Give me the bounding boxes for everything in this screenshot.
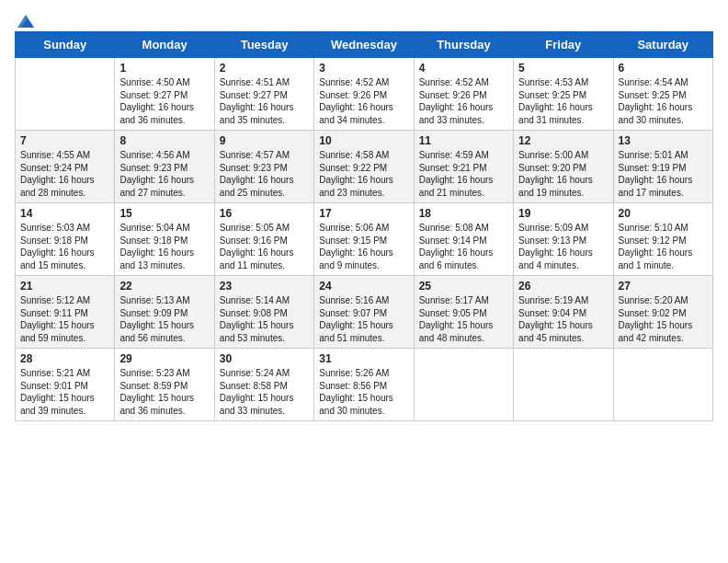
day-info: Sunrise: 5:08 AMSunset: 9:14 PMDaylight:… — [419, 222, 508, 271]
day-info: Sunrise: 5:24 AMSunset: 8:58 PMDaylight:… — [220, 367, 309, 417]
day-number: 23 — [220, 280, 309, 293]
day-number: 6 — [619, 62, 708, 75]
calendar-cell: 28Sunrise: 5:21 AMSunset: 9:01 PMDayligh… — [16, 349, 115, 421]
day-info: Sunrise: 5:13 AMSunset: 9:09 PMDaylight:… — [119, 294, 209, 344]
day-info: Sunrise: 4:54 AMSunset: 9:25 PMDaylight:… — [619, 76, 708, 126]
calendar-cell: 30Sunrise: 5:24 AMSunset: 8:58 PMDayligh… — [214, 349, 313, 421]
calendar-cell: 14Sunrise: 5:03 AMSunset: 9:18 PMDayligh… — [16, 203, 115, 276]
day-number: 10 — [319, 134, 408, 147]
day-number: 3 — [319, 62, 408, 75]
calendar-week-row: 1Sunrise: 4:50 AMSunset: 9:27 PMDaylight… — [16, 58, 713, 131]
logo-icon — [17, 15, 34, 28]
calendar-cell: 4Sunrise: 4:52 AMSunset: 9:26 PMDaylight… — [414, 58, 513, 131]
calendar-cell: 21Sunrise: 5:12 AMSunset: 9:11 PMDayligh… — [16, 276, 115, 349]
day-number: 25 — [419, 280, 508, 293]
day-info: Sunrise: 5:16 AMSunset: 9:07 PMDaylight:… — [319, 294, 408, 344]
day-info: Sunrise: 5:26 AMSunset: 8:56 PMDaylight:… — [319, 367, 408, 417]
day-info: Sunrise: 5:19 AMSunset: 9:04 PMDaylight:… — [518, 294, 608, 344]
day-info: Sunrise: 4:51 AMSunset: 9:27 PMDaylight:… — [220, 76, 309, 126]
day-info: Sunrise: 5:06 AMSunset: 9:15 PMDaylight:… — [319, 222, 408, 271]
calendar-cell: 15Sunrise: 5:04 AMSunset: 9:18 PMDayligh… — [115, 203, 214, 276]
day-number: 28 — [20, 352, 109, 365]
day-number: 20 — [619, 207, 708, 220]
calendar-cell: 25Sunrise: 5:17 AMSunset: 9:05 PMDayligh… — [414, 276, 513, 349]
calendar-cell: 20Sunrise: 5:10 AMSunset: 9:12 PMDayligh… — [613, 203, 712, 276]
day-number: 1 — [119, 62, 209, 75]
calendar-cell: 18Sunrise: 5:08 AMSunset: 9:14 PMDayligh… — [414, 203, 513, 276]
calendar-week-row: 7Sunrise: 4:55 AMSunset: 9:24 PMDaylight… — [16, 131, 713, 203]
calendar-week-row: 14Sunrise: 5:03 AMSunset: 9:18 PMDayligh… — [16, 203, 713, 276]
calendar-cell: 29Sunrise: 5:23 AMSunset: 8:59 PMDayligh… — [115, 349, 214, 421]
calendar-cell: 10Sunrise: 4:58 AMSunset: 9:22 PMDayligh… — [314, 131, 414, 203]
calendar-cell: 24Sunrise: 5:16 AMSunset: 9:07 PMDayligh… — [314, 276, 414, 349]
day-number: 19 — [518, 207, 608, 220]
calendar-cell — [613, 349, 712, 421]
calendar-cell: 27Sunrise: 5:20 AMSunset: 9:02 PMDayligh… — [613, 276, 712, 349]
calendar-cell: 8Sunrise: 4:56 AMSunset: 9:23 PMDaylight… — [115, 131, 214, 203]
day-number: 9 — [220, 134, 309, 147]
day-info: Sunrise: 4:59 AMSunset: 9:21 PMDaylight:… — [419, 149, 508, 199]
day-number: 17 — [319, 207, 408, 220]
column-header-wednesday: Wednesday — [314, 32, 414, 58]
day-info: Sunrise: 5:17 AMSunset: 9:05 PMDaylight:… — [419, 294, 508, 344]
day-number: 8 — [119, 134, 209, 147]
logo — [15, 15, 35, 24]
day-info: Sunrise: 5:00 AMSunset: 9:20 PMDaylight:… — [518, 149, 608, 199]
day-number: 12 — [518, 134, 608, 147]
day-number: 27 — [619, 280, 708, 293]
calendar-cell: 3Sunrise: 4:52 AMSunset: 9:26 PMDaylight… — [314, 58, 414, 131]
day-number: 31 — [319, 352, 408, 365]
day-number: 21 — [20, 280, 109, 293]
day-info: Sunrise: 4:53 AMSunset: 9:25 PMDaylight:… — [518, 76, 608, 126]
calendar-cell: 31Sunrise: 5:26 AMSunset: 8:56 PMDayligh… — [314, 349, 414, 421]
calendar-cell: 9Sunrise: 4:57 AMSunset: 9:23 PMDaylight… — [214, 131, 313, 203]
day-number: 29 — [119, 352, 209, 365]
calendar-cell: 16Sunrise: 5:05 AMSunset: 9:16 PMDayligh… — [214, 203, 313, 276]
calendar-cell — [514, 349, 613, 421]
day-number: 15 — [119, 207, 209, 220]
column-header-sunday: Sunday — [16, 32, 115, 58]
calendar-week-row: 21Sunrise: 5:12 AMSunset: 9:11 PMDayligh… — [16, 276, 713, 349]
day-info: Sunrise: 4:58 AMSunset: 9:22 PMDaylight:… — [319, 149, 408, 199]
calendar-cell: 11Sunrise: 4:59 AMSunset: 9:21 PMDayligh… — [414, 131, 513, 203]
day-info: Sunrise: 4:52 AMSunset: 9:26 PMDaylight:… — [419, 76, 508, 126]
day-number: 24 — [319, 280, 408, 293]
day-number: 30 — [220, 352, 309, 365]
calendar-cell: 19Sunrise: 5:09 AMSunset: 9:13 PMDayligh… — [514, 203, 613, 276]
calendar-cell: 2Sunrise: 4:51 AMSunset: 9:27 PMDaylight… — [214, 58, 313, 131]
column-header-monday: Monday — [115, 32, 214, 58]
day-number: 11 — [419, 134, 508, 147]
day-info: Sunrise: 5:14 AMSunset: 9:08 PMDaylight:… — [220, 294, 309, 344]
calendar-cell — [414, 349, 513, 421]
calendar-cell: 5Sunrise: 4:53 AMSunset: 9:25 PMDaylight… — [514, 58, 613, 131]
day-number: 2 — [220, 62, 309, 75]
day-info: Sunrise: 5:12 AMSunset: 9:11 PMDaylight:… — [20, 294, 109, 344]
calendar-cell: 17Sunrise: 5:06 AMSunset: 9:15 PMDayligh… — [314, 203, 414, 276]
calendar-cell — [16, 58, 115, 131]
calendar-cell: 22Sunrise: 5:13 AMSunset: 9:09 PMDayligh… — [115, 276, 214, 349]
day-info: Sunrise: 5:21 AMSunset: 9:01 PMDaylight:… — [20, 367, 109, 417]
column-header-saturday: Saturday — [613, 32, 712, 58]
calendar-cell: 23Sunrise: 5:14 AMSunset: 9:08 PMDayligh… — [214, 276, 313, 349]
column-header-thursday: Thursday — [414, 32, 513, 58]
day-number: 14 — [20, 207, 109, 220]
calendar-header-row: SundayMondayTuesdayWednesdayThursdayFrid… — [16, 32, 713, 58]
day-info: Sunrise: 4:52 AMSunset: 9:26 PMDaylight:… — [319, 76, 408, 126]
day-info: Sunrise: 5:01 AMSunset: 9:19 PMDaylight:… — [619, 149, 708, 199]
day-number: 26 — [518, 280, 608, 293]
day-number: 7 — [20, 134, 109, 147]
day-info: Sunrise: 4:57 AMSunset: 9:23 PMDaylight:… — [220, 149, 309, 199]
calendar-cell: 6Sunrise: 4:54 AMSunset: 9:25 PMDaylight… — [613, 58, 712, 131]
day-info: Sunrise: 4:56 AMSunset: 9:23 PMDaylight:… — [119, 149, 209, 199]
day-info: Sunrise: 4:50 AMSunset: 9:27 PMDaylight:… — [119, 76, 209, 126]
day-number: 22 — [119, 280, 209, 293]
calendar-week-row: 28Sunrise: 5:21 AMSunset: 9:01 PMDayligh… — [16, 349, 713, 421]
calendar-cell: 13Sunrise: 5:01 AMSunset: 9:19 PMDayligh… — [613, 131, 712, 203]
day-number: 13 — [619, 134, 708, 147]
column-header-friday: Friday — [514, 32, 613, 58]
day-info: Sunrise: 5:05 AMSunset: 9:16 PMDaylight:… — [220, 222, 309, 271]
calendar-table: SundayMondayTuesdayWednesdayThursdayFrid… — [15, 31, 713, 421]
day-number: 4 — [419, 62, 508, 75]
day-number: 18 — [419, 207, 508, 220]
calendar-cell: 7Sunrise: 4:55 AMSunset: 9:24 PMDaylight… — [16, 131, 115, 203]
